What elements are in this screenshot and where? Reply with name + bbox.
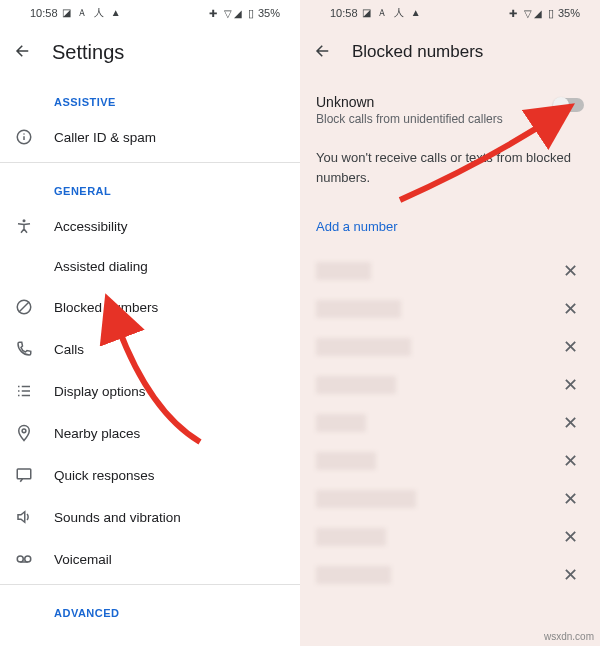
row-caller-id-spam[interactable]: Caller ID & spam	[0, 116, 300, 158]
location-icon	[14, 424, 34, 442]
row-calls[interactable]: Calls	[0, 328, 300, 370]
voicemail-icon	[14, 550, 34, 568]
row-display-options[interactable]: Display options	[0, 370, 300, 412]
row-nearby-places[interactable]: Nearby places	[0, 412, 300, 454]
row-accessibility[interactable]: Accessibility	[0, 205, 300, 247]
redacted-number	[316, 414, 366, 432]
blocked-item: ✕	[306, 290, 594, 328]
blocked-list: ✕ ✕ ✕ ✕ ✕ ✕ ✕ ✕	[300, 252, 600, 594]
redacted-number	[316, 528, 386, 546]
section-general: GENERAL	[0, 167, 300, 205]
back-arrow-icon[interactable]	[314, 42, 332, 63]
page-title: Blocked numbers	[352, 42, 483, 62]
divider	[0, 162, 300, 163]
redacted-number	[316, 490, 416, 508]
status-icons-right: ✚ ▽◢	[209, 8, 244, 19]
list-icon	[14, 382, 34, 400]
row-sounds[interactable]: Sounds and vibration	[0, 496, 300, 538]
titlebar: Settings	[0, 26, 300, 78]
redacted-number	[316, 300, 401, 318]
remove-icon[interactable]: ✕	[557, 336, 584, 358]
redacted-number	[316, 452, 376, 470]
redacted-number	[316, 338, 411, 356]
status-time: 10:58	[330, 7, 358, 19]
unknown-subtitle: Block calls from unidentified callers	[316, 112, 554, 126]
row-voicemail[interactable]: Voicemail	[0, 538, 300, 580]
section-assistive: ASSISTIVE	[0, 78, 300, 116]
row-label: Caller ID & spam	[54, 130, 156, 145]
status-battery-icon: ▯	[548, 7, 554, 20]
svg-rect-7	[17, 469, 31, 479]
row-label: Nearby places	[54, 426, 140, 441]
info-icon	[14, 128, 34, 146]
remove-icon[interactable]: ✕	[557, 374, 584, 396]
blocked-item: ✕	[306, 404, 594, 442]
status-battery-icon: ▯	[248, 7, 254, 20]
add-number-button[interactable]: Add a number	[300, 201, 600, 252]
unknown-setting[interactable]: Unknown Block calls from unidentified ca…	[300, 78, 600, 134]
back-arrow-icon[interactable]	[14, 42, 32, 63]
blocked-item: ✕	[306, 556, 594, 594]
divider	[0, 584, 300, 585]
svg-point-3	[23, 219, 26, 222]
row-label: Accessibility	[54, 219, 128, 234]
redacted-number	[316, 566, 391, 584]
blocked-item: ✕	[306, 480, 594, 518]
blocked-item: ✕	[306, 518, 594, 556]
row-label: Display options	[54, 384, 146, 399]
row-assisted-dialing[interactable]: Assisted dialing	[0, 247, 300, 286]
phone-icon	[14, 340, 34, 358]
status-time: 10:58	[30, 7, 58, 19]
row-label: Calls	[54, 342, 84, 357]
svg-line-5	[19, 302, 30, 313]
status-icons-left: ◪ Ａ 人 ▲	[62, 6, 123, 20]
remove-icon[interactable]: ✕	[557, 526, 584, 548]
row-label: Assisted dialing	[54, 259, 148, 274]
svg-point-9	[25, 556, 31, 562]
status-battery: 35%	[558, 7, 580, 19]
block-icon	[14, 298, 34, 316]
titlebar: Blocked numbers	[300, 26, 600, 78]
accessibility-icon	[14, 217, 34, 235]
blocked-item: ✕	[306, 442, 594, 480]
status-battery: 35%	[258, 7, 280, 19]
row-label: Blocked numbers	[54, 300, 158, 315]
remove-icon[interactable]: ✕	[557, 488, 584, 510]
row-quick-responses[interactable]: Quick responses	[0, 454, 300, 496]
remove-icon[interactable]: ✕	[557, 412, 584, 434]
redacted-number	[316, 376, 396, 394]
message-icon	[14, 466, 34, 484]
blocked-item: ✕	[306, 366, 594, 404]
row-label: Sounds and vibration	[54, 510, 181, 525]
row-label: Quick responses	[54, 468, 155, 483]
blocked-item: ✕	[306, 328, 594, 366]
row-blocked-numbers[interactable]: Blocked numbers	[0, 286, 300, 328]
remove-icon[interactable]: ✕	[557, 260, 584, 282]
sound-icon	[14, 508, 34, 526]
svg-point-6	[22, 429, 26, 433]
info-text: You won't receive calls or texts from bl…	[300, 134, 600, 201]
status-icons-right: ✚ ▽◢	[509, 8, 544, 19]
remove-icon[interactable]: ✕	[557, 564, 584, 586]
remove-icon[interactable]: ✕	[557, 450, 584, 472]
status-bar: 10:58 ◪ Ａ 人 ▲ ✚ ▽◢ ▯ 35%	[0, 0, 300, 26]
status-bar: 10:58 ◪ Ａ 人 ▲ ✚ ▽◢ ▯ 35%	[300, 0, 600, 26]
svg-point-8	[17, 556, 23, 562]
watermark: wsxdn.com	[544, 631, 594, 642]
toggle-switch[interactable]	[554, 98, 584, 112]
remove-icon[interactable]: ✕	[557, 298, 584, 320]
row-label: Voicemail	[54, 552, 112, 567]
redacted-number	[316, 262, 371, 280]
blocked-item: ✕	[306, 252, 594, 290]
status-icons-left: ◪ Ａ 人 ▲	[362, 6, 423, 20]
section-advanced: ADVANCED	[0, 589, 300, 627]
unknown-title: Unknown	[316, 94, 554, 110]
page-title: Settings	[52, 41, 124, 64]
